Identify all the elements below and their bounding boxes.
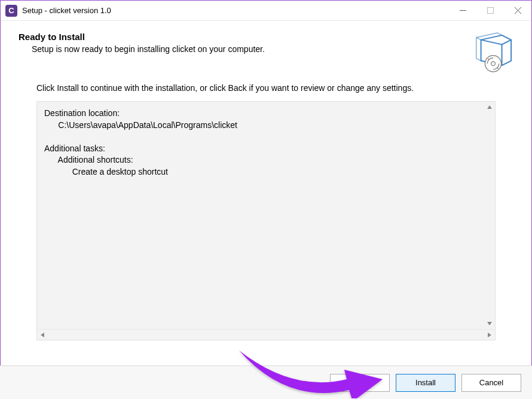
svg-point-7	[497, 68, 499, 69]
title-bar: C Setup - clicket version 1.0	[1, 1, 531, 21]
vertical-scrollbar[interactable]	[484, 102, 495, 329]
svg-rect-1	[487, 8, 493, 14]
install-button[interactable]: Install	[396, 374, 455, 392]
horizontal-scrollbar[interactable]	[37, 329, 495, 340]
instruction-text: Click Install to continue with the insta…	[1, 78, 531, 101]
window-title: Setup - clicket version 1.0	[22, 6, 449, 15]
scroll-down-icon	[487, 321, 493, 327]
svg-point-6	[488, 59, 489, 60]
wizard-box-icon	[473, 32, 513, 72]
scroll-right-icon	[487, 332, 493, 338]
scroll-up-icon	[487, 104, 493, 110]
summary-memo: Destination location: C:\Users\avapa\App…	[36, 101, 496, 340]
window-controls	[449, 1, 531, 20]
close-button[interactable]	[504, 1, 531, 20]
page-subheading: Setup is now ready to begin installing c…	[19, 44, 473, 54]
page-heading: Ready to Install	[19, 32, 473, 42]
back-button[interactable]: Back	[330, 374, 390, 392]
minimize-button[interactable]	[449, 1, 476, 20]
app-icon: C	[5, 5, 17, 17]
scroll-left-icon	[39, 332, 45, 338]
maximize-button	[476, 1, 504, 20]
content-area: Ready to Install Setup is now ready to b…	[1, 21, 531, 365]
cancel-button[interactable]: Cancel	[461, 374, 521, 392]
summary-text[interactable]: Destination location: C:\Users\avapa\App…	[37, 102, 484, 329]
header-section: Ready to Install Setup is now ready to b…	[1, 21, 531, 78]
footer: Back Install Cancel	[0, 366, 532, 399]
